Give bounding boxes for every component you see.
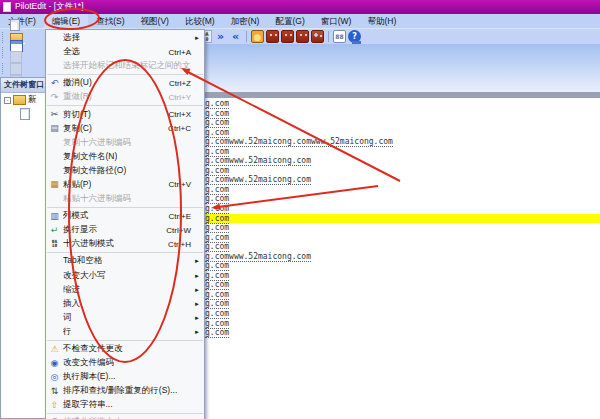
forward-icon[interactable]: » (214, 30, 227, 43)
editor-line-text: g.com (205, 128, 229, 138)
menu-item-tab-and-spaces[interactable]: Tab和空格► (46, 254, 204, 268)
editor-line[interactable]: g.comwww.52maicong.com (150, 175, 600, 185)
menu-item-label: 执行脚本(E)... (63, 371, 115, 383)
editor-line[interactable]: g.com (150, 128, 600, 138)
editor-line[interactable]: g.com (150, 242, 600, 252)
encrypt-file-icon[interactable]: ● (251, 30, 264, 43)
editor-line-text: g.com (205, 118, 229, 128)
menu-item-indent[interactable]: 缩进► (46, 283, 204, 297)
menu-item-word-wrap[interactable]: ↵换行显示Ctrl+W (46, 223, 204, 237)
editor-line[interactable]: g.com (150, 194, 600, 204)
menu-item-run-script[interactable]: ◎执行脚本(E)... (46, 370, 204, 384)
menu-item-shortcut: Ctrl+X (169, 110, 204, 119)
editor-line-highlighted[interactable]: g.com (150, 214, 600, 224)
editor-line[interactable]: g.com (150, 280, 600, 290)
menu-item-copy-file-name[interactable]: 复制文件名(N) (46, 150, 204, 164)
menu-item-select-all[interactable]: 全选Ctrl+A (46, 45, 204, 59)
editor-line[interactable]: g.com (150, 319, 600, 329)
editor-line-text: g.com (205, 290, 229, 300)
editor-line[interactable]: g.com (150, 147, 600, 157)
editor-line[interactable]: g.comwww.52maicong.comwww.52maicong.com (150, 137, 600, 147)
editor-line[interactable]: g.com (150, 118, 600, 128)
extract-icon: ⇧ (46, 401, 63, 410)
menu-item-undo[interactable]: ↶撤消(U)Ctrl+Z (46, 76, 204, 90)
menu-item-select-between-marks[interactable]: 选择开始标记和结束标记之间的文本 (46, 59, 204, 73)
toolbar-separator (328, 31, 329, 42)
editor-line[interactable]: g.com (150, 290, 600, 300)
menu-item-extract-strings[interactable]: ⇧提取字符串... (46, 398, 204, 412)
ftp-icon-2[interactable] (281, 30, 294, 43)
menu-item-copy[interactable]: ▤复制(C)Ctrl+C (46, 122, 204, 136)
menubar-item-compare[interactable]: 比较(M) (177, 14, 223, 28)
editor-line[interactable]: g.com (150, 328, 600, 338)
menu-item-select[interactable]: 选择► (46, 31, 204, 45)
editor-line[interactable]: g.comwww.52maicong.com (150, 156, 600, 166)
menu-item-paste[interactable]: ▦粘贴(P)Ctrl+V (46, 178, 204, 192)
editor-line[interactable]: g.com (150, 185, 600, 195)
menu-separator (47, 74, 203, 75)
new-file-icon[interactable] (10, 19, 20, 31)
menu-item-column-mode[interactable]: ▥列模式Ctrl+E (46, 209, 204, 223)
ftp-icon-4[interactable] (311, 30, 324, 43)
editor-text-area[interactable]: g.comg.comg.comg.comg.comwww.52maicong.c… (150, 98, 600, 419)
disabled-tool-icon-1[interactable] (10, 51, 22, 63)
back-icon[interactable]: « (229, 30, 242, 43)
editor-line[interactable]: g.com (150, 223, 600, 233)
menu-item-label: 十六进制模式 (63, 238, 114, 250)
menu-item-label: 复制文件名(N) (63, 151, 117, 163)
menu-item-format-selected-text[interactable]: ¶格式化所选文本 (46, 415, 204, 419)
menubar-item-view[interactable]: 视图(V) (133, 14, 177, 28)
menu-item-cut[interactable]: ✂剪切(T)Ctrl+X (46, 107, 204, 121)
menubar-item-config[interactable]: 配置(G) (267, 14, 312, 28)
menubar-item-window[interactable]: 窗口(W) (313, 14, 360, 28)
menu-separator (47, 207, 203, 208)
menu-item-label: 复制(C) (63, 123, 92, 135)
disabled-tool-icon-2[interactable] (10, 63, 22, 75)
menu-item-label: 复制文件路径(O) (63, 165, 126, 177)
menu-item-change-encoding[interactable]: ◉改变文件编码 (46, 356, 204, 370)
editor-line-text: g.com (205, 242, 229, 252)
toolbar-grip[interactable] (2, 47, 6, 58)
editor-line[interactable]: g.com (150, 309, 600, 319)
menu-item-label: 不检查文件更改 (63, 343, 123, 355)
ftp-icon-3[interactable] (296, 30, 309, 43)
menu-item-hex-mode[interactable]: 0A10十六进制模式Ctrl+H (46, 237, 204, 251)
menu-separator (47, 105, 203, 106)
editor-line[interactable]: g.com (150, 99, 600, 109)
menu-item-paste-hex[interactable]: 粘贴十六进制编码 (46, 192, 204, 206)
toolbar-grip[interactable] (2, 63, 6, 74)
editor-line[interactable]: g.com (150, 233, 600, 243)
menu-item-no-check-file-change[interactable]: ⚠不检查文件更改 (46, 342, 204, 356)
editor-pane: g.comg.comg.comg.comg.comwww.52maicong.c… (150, 44, 600, 419)
menu-item-line[interactable]: 行► (46, 325, 204, 339)
menu-item-copy-hex[interactable]: 复制十六进制编码 (46, 136, 204, 150)
menu-item-insert[interactable]: 插入► (46, 297, 204, 311)
editor-line[interactable]: g.com (150, 204, 600, 214)
menubar-item-edit[interactable]: 编辑(E) (44, 14, 88, 28)
undo-icon: ↶ (46, 79, 63, 88)
menu-item-change-case[interactable]: 改变大小写► (46, 269, 204, 283)
editor-line[interactable]: g.com (150, 109, 600, 119)
menubar-item-encrypt[interactable]: 加密(N) (223, 14, 268, 28)
tree-expander-icon[interactable]: - (4, 97, 11, 104)
editor-line[interactable]: g.comwww.52maicong.com (150, 252, 600, 262)
editor-line[interactable]: g.com (150, 299, 600, 309)
menubar-item-help[interactable]: 帮助(H) (359, 14, 404, 28)
editor-line[interactable]: g.com (150, 261, 600, 271)
menubar-item-search[interactable]: 查找(S) (88, 14, 132, 28)
menu-item-sort-dedupe-lines[interactable]: ⇅排序和查找/删除重复的行(S)... (46, 384, 204, 398)
menu-item-label: 词 (63, 312, 72, 324)
byte-badge-icon[interactable]: 88 (333, 30, 346, 43)
ftp-icon-1[interactable] (266, 30, 279, 43)
menu-item-shortcut: Ctrl+W (166, 226, 204, 235)
menu-item-redo[interactable]: ↷重做(R)Ctrl+Y (46, 90, 204, 104)
menu-item-word[interactable]: 词► (46, 311, 204, 325)
menu-item-label: 剪切(T) (63, 109, 91, 121)
editor-line[interactable]: g.com (150, 166, 600, 176)
submenu-arrow-icon: ► (194, 258, 200, 264)
editor-line[interactable]: g.com (150, 271, 600, 281)
menu-item-copy-file-path[interactable]: 复制文件路径(O) (46, 164, 204, 178)
editor-line-text: g.com (205, 261, 229, 271)
toolbar-grip[interactable] (2, 32, 6, 43)
menu-item-shortcut: Ctrl+H (168, 240, 204, 249)
